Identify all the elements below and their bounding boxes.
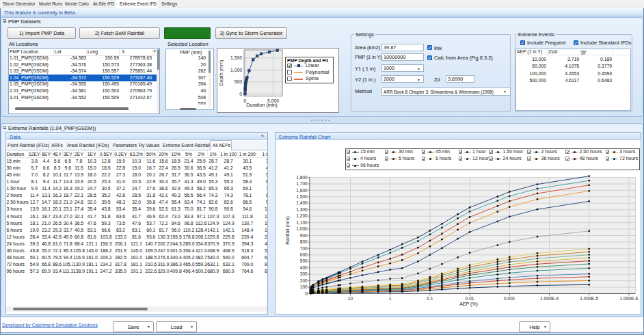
- svg-text:500: 500: [300, 258, 308, 263]
- svg-text:10: 10: [348, 296, 353, 301]
- svg-text:800: 800: [300, 239, 308, 244]
- svg-text:0.1: 0.1: [427, 296, 433, 301]
- svg-text:1,400: 1,400: [296, 200, 308, 205]
- svg-text:1,000: 1,000: [230, 67, 242, 72]
- svg-text:700: 700: [300, 246, 308, 251]
- svg-text:300: 300: [300, 271, 308, 276]
- svg-text:0.01: 0.01: [466, 296, 474, 301]
- svg-text:Depth (mm): Depth (mm): [218, 59, 224, 85]
- svg-text:200: 200: [300, 278, 308, 283]
- svg-text:400: 400: [300, 265, 308, 270]
- svg-text:1,000: 1,000: [296, 226, 308, 231]
- svg-text:100: 100: [300, 284, 308, 289]
- svg-text:1: 1: [389, 296, 392, 301]
- svg-text:1,200: 1,200: [296, 213, 308, 218]
- svg-text:0: 0: [305, 291, 308, 296]
- svg-text:1,500: 1,500: [296, 194, 308, 199]
- svg-text:1.000E-4: 1.000E-4: [540, 296, 559, 301]
- svg-text:1.000E-5: 1.000E-5: [580, 296, 598, 301]
- svg-text:1,800: 1,800: [296, 175, 308, 180]
- svg-text:900: 900: [300, 233, 308, 238]
- svg-text:1,700: 1,700: [296, 181, 308, 186]
- svg-text:1,100: 1,100: [296, 220, 308, 225]
- svg-text:600: 600: [300, 252, 308, 257]
- svg-text:1,600: 1,600: [296, 188, 308, 193]
- svg-text:0.001: 0.001: [504, 296, 515, 301]
- svg-text:0: 0: [239, 91, 242, 96]
- svg-text:1,300: 1,300: [296, 207, 308, 212]
- svg-text:1.000E-6: 1.000E-6: [620, 296, 639, 301]
- svg-text:1,500: 1,500: [230, 55, 242, 60]
- svg-text:500: 500: [234, 79, 243, 84]
- svg-text:AEP (%): AEP (%): [459, 302, 478, 307]
- svg-text:Rainfall (mm): Rainfall (mm): [285, 216, 291, 245]
- svg-text:Duration (min): Duration (min): [246, 102, 278, 108]
